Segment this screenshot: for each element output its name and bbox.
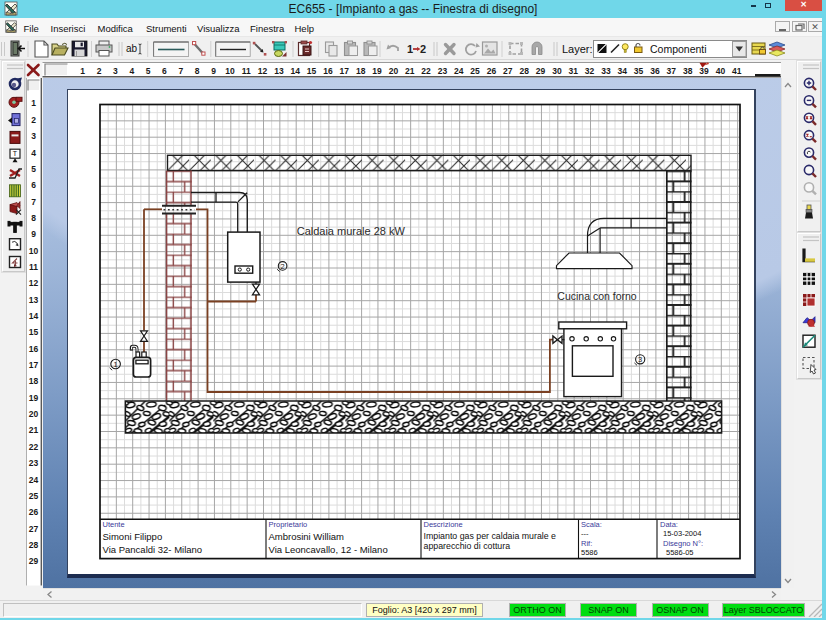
svg-text:1: 1	[114, 360, 118, 369]
svg-text:15: 15	[307, 66, 317, 76]
svg-text:23: 23	[438, 66, 448, 76]
svg-text:Rif:: Rif:	[581, 539, 592, 548]
svg-text:Descrizione: Descrizione	[424, 520, 463, 529]
svg-text:3: 3	[113, 66, 118, 76]
svg-text:10: 10	[29, 246, 39, 256]
svg-text:23: 23	[29, 458, 39, 468]
svg-text:16: 16	[29, 344, 39, 354]
svg-text:40: 40	[716, 66, 726, 76]
svg-text:4: 4	[129, 66, 134, 76]
svg-text:20: 20	[29, 409, 39, 419]
svg-text:26: 26	[29, 507, 39, 517]
svg-text:26: 26	[487, 66, 497, 76]
svg-text:1: 1	[80, 66, 85, 76]
svg-text:19: 19	[29, 393, 39, 403]
svg-text:17: 17	[340, 66, 350, 76]
svg-text:29: 29	[29, 556, 39, 566]
svg-text:apparecchio di cottura: apparecchio di cottura	[424, 541, 511, 551]
svg-text:5: 5	[31, 164, 36, 174]
svg-text:18: 18	[356, 66, 366, 76]
svg-text:25: 25	[29, 491, 39, 501]
svg-text:Proprietario: Proprietario	[269, 520, 308, 529]
svg-text:2: 2	[31, 115, 36, 125]
svg-text:10: 10	[225, 66, 235, 76]
svg-text:25: 25	[470, 66, 480, 76]
svg-text:30: 30	[552, 66, 562, 76]
svg-text:27: 27	[29, 524, 39, 534]
svg-text:17: 17	[29, 360, 39, 370]
svg-text:1: 1	[31, 98, 36, 108]
svg-text:3: 3	[31, 131, 36, 141]
svg-text:5586-05: 5586-05	[666, 548, 694, 557]
svg-text:20: 20	[389, 66, 399, 76]
svg-text:14: 14	[29, 311, 39, 321]
svg-text:7: 7	[178, 66, 183, 76]
svg-text:11: 11	[29, 262, 38, 272]
svg-text:Data:: Data:	[660, 520, 678, 529]
svg-text:24: 24	[454, 66, 464, 76]
svg-text:2: 2	[281, 262, 285, 271]
svg-text:6: 6	[162, 66, 167, 76]
svg-text:28: 28	[29, 540, 39, 550]
svg-text:13: 13	[29, 295, 39, 305]
svg-text:9: 9	[31, 229, 36, 239]
svg-text:16: 16	[323, 66, 333, 76]
svg-text:35: 35	[634, 66, 644, 76]
svg-text:5586: 5586	[581, 548, 598, 557]
svg-text:22: 22	[29, 442, 39, 452]
svg-text:34: 34	[618, 66, 628, 76]
svg-text:29: 29	[536, 66, 546, 76]
svg-text:---: ---	[581, 529, 589, 538]
svg-text:Caldaia murale 28 kW: Caldaia murale 28 kW	[297, 225, 406, 237]
svg-text:21: 21	[405, 66, 415, 76]
svg-text:9: 9	[211, 66, 216, 76]
svg-text:Via Pancaldi 32- Milano: Via Pancaldi 32- Milano	[103, 544, 203, 555]
svg-text:7: 7	[31, 197, 36, 207]
svg-text:8: 8	[31, 213, 36, 223]
svg-text:37: 37	[667, 66, 677, 76]
svg-text:31: 31	[568, 66, 578, 76]
svg-text:12: 12	[29, 278, 39, 288]
svg-text:Disegno N°:: Disegno N°:	[663, 539, 703, 548]
svg-text:33: 33	[601, 66, 611, 76]
svg-text:19: 19	[372, 66, 382, 76]
svg-text:22: 22	[421, 66, 431, 76]
svg-text:39: 39	[699, 66, 709, 76]
svg-text:Cucina con forno: Cucina con forno	[557, 290, 637, 302]
svg-text:12: 12	[258, 66, 268, 76]
svg-text:21: 21	[29, 425, 39, 435]
svg-text:41: 41	[732, 66, 742, 76]
svg-text:5: 5	[146, 66, 151, 76]
svg-text:8: 8	[195, 66, 200, 76]
svg-text:Scala:: Scala:	[581, 520, 602, 529]
svg-text:2: 2	[97, 66, 102, 76]
svg-text:13: 13	[274, 66, 284, 76]
svg-text:18: 18	[29, 376, 39, 386]
svg-text:11: 11	[242, 66, 251, 76]
svg-text:Simoni Filippo: Simoni Filippo	[103, 531, 163, 542]
svg-text:36: 36	[650, 66, 660, 76]
svg-text:3: 3	[638, 355, 642, 364]
svg-text:15-03-2004: 15-03-2004	[663, 529, 701, 538]
svg-text:15: 15	[29, 327, 39, 337]
svg-text:6: 6	[31, 180, 36, 190]
svg-text:14: 14	[290, 66, 300, 76]
svg-text:Ambrosini William: Ambrosini William	[269, 531, 345, 542]
svg-text:Utente: Utente	[103, 520, 125, 529]
svg-text:4: 4	[31, 148, 36, 158]
svg-text:Impianto gas per caldaia mural: Impianto gas per caldaia murale e	[424, 531, 557, 541]
svg-text:38: 38	[683, 66, 693, 76]
svg-text:24: 24	[29, 475, 39, 485]
svg-text:Via Leoncavallo, 12 - Milano: Via Leoncavallo, 12 - Milano	[269, 544, 388, 555]
svg-text:32: 32	[585, 66, 595, 76]
svg-text:27: 27	[503, 66, 513, 76]
svg-text:28: 28	[519, 66, 529, 76]
